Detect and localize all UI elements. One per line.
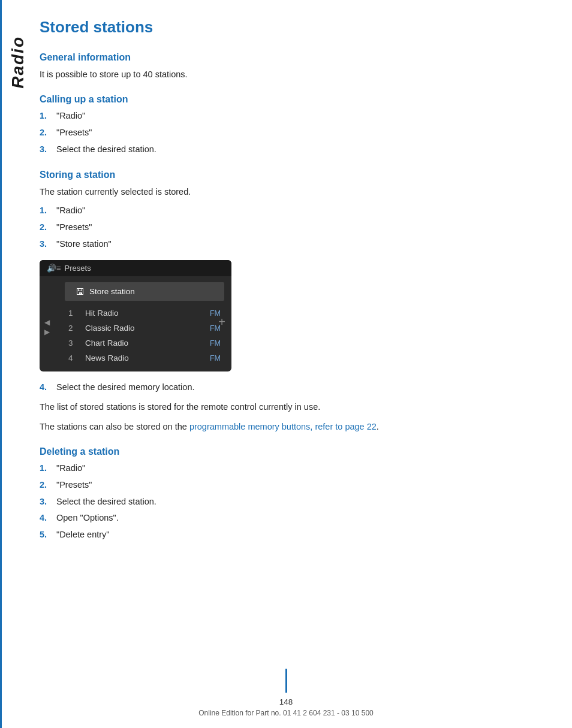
storing-list2: 4. Select the desired memory location. bbox=[40, 381, 536, 394]
list-item: 3. "Store station" bbox=[40, 238, 536, 251]
preset-row-1: 1 Hit Radio FM bbox=[58, 306, 231, 321]
row-band: FM bbox=[203, 339, 221, 348]
after-text-2: The stations can also be stored on the p… bbox=[40, 420, 536, 433]
list-item: 1. "Radio" bbox=[40, 110, 536, 123]
list-text: "Radio" bbox=[56, 110, 85, 123]
row-band: FM bbox=[203, 354, 221, 363]
arrow-down-icon: ▶ bbox=[44, 328, 50, 336]
storing-list: 1. "Radio" 2. "Presets" 3. "Store statio… bbox=[40, 204, 536, 250]
row-num: 2 bbox=[68, 324, 79, 333]
list-text: Select the desired station. bbox=[56, 143, 156, 156]
list-num: 2. bbox=[40, 479, 56, 492]
list-num: 5. bbox=[40, 528, 56, 542]
list-text: Open "Options". bbox=[56, 512, 119, 525]
list-num: 1. bbox=[40, 110, 56, 123]
storing-body: The station currently selected is stored… bbox=[40, 185, 536, 198]
plus-icon: + bbox=[218, 315, 225, 328]
after-text-2-post: . bbox=[377, 422, 379, 431]
programmable-buttons-link[interactable]: programmable memory buttons, refer to pa… bbox=[189, 422, 377, 431]
list-num: 1. bbox=[40, 462, 56, 475]
store-icon: 🖫 bbox=[76, 286, 85, 297]
list-text: "Store station" bbox=[56, 238, 112, 251]
preset-row-4: 4 News Radio FM bbox=[58, 351, 231, 365]
page-number: 148 bbox=[279, 697, 293, 706]
list-text: Select the desired memory location. bbox=[56, 381, 195, 394]
list-item: 4. Open "Options". bbox=[40, 512, 536, 525]
preset-row-2: 2 Classic Radio FM bbox=[58, 321, 231, 336]
preset-row-3: 3 Chart Radio FM bbox=[58, 336, 231, 351]
list-num: 2. bbox=[40, 221, 56, 234]
page-footer: 148 Online Edition for Part no. 01 41 2 … bbox=[0, 669, 572, 728]
list-item: 2. "Presets" bbox=[40, 126, 536, 140]
list-text: "Presets" bbox=[56, 221, 92, 234]
list-item: 5. "Delete entry" bbox=[40, 528, 536, 542]
store-station-button[interactable]: 🖫 Store station bbox=[65, 282, 224, 301]
list-num: 3. bbox=[40, 238, 56, 251]
general-info-body: It is possible to store up to 40 station… bbox=[40, 68, 536, 81]
list-item: 4. Select the desired memory location. bbox=[40, 381, 536, 394]
store-btn-label: Store station bbox=[89, 287, 135, 296]
side-label-container: Radio bbox=[0, 0, 28, 728]
list-num: 3. bbox=[40, 496, 56, 509]
presets-header-title: Presets bbox=[65, 264, 91, 273]
radio-side-label: Radio bbox=[8, 36, 28, 89]
list-text: "Delete entry" bbox=[56, 528, 109, 542]
list-text: "Radio" bbox=[56, 462, 85, 475]
row-name: Chart Radio bbox=[85, 339, 197, 348]
main-content: Stored stations General information It i… bbox=[28, 0, 572, 728]
presets-header: 🔊≡ Presets bbox=[40, 260, 231, 276]
after-text-2-pre: The stations can also be stored on the bbox=[40, 422, 189, 431]
list-num: 4. bbox=[40, 512, 56, 525]
section-heading-calling: Calling up a station bbox=[40, 94, 536, 105]
footer-accent-line bbox=[285, 669, 287, 693]
calling-list: 1. "Radio" 2. "Presets" 3. Select the de… bbox=[40, 110, 536, 156]
list-num: 3. bbox=[40, 143, 56, 156]
list-num: 1. bbox=[40, 204, 56, 218]
presets-body: 🖫 Store station 1 Hit Radio FM 2 Classic… bbox=[40, 276, 231, 371]
list-text: "Radio" bbox=[56, 204, 85, 218]
arrow-up-icon: ◀ bbox=[44, 318, 50, 327]
deleting-list: 1. "Radio" 2. "Presets" 3. Select the de… bbox=[40, 462, 536, 542]
list-item: 1. "Radio" bbox=[40, 204, 536, 218]
after-text-1: The list of stored stations is stored fo… bbox=[40, 400, 536, 413]
row-name: News Radio bbox=[85, 354, 197, 363]
row-num: 1 bbox=[68, 309, 79, 318]
section-heading-deleting: Deleting a station bbox=[40, 446, 536, 457]
list-text: Select the desired station. bbox=[56, 496, 156, 509]
list-item: 3. Select the desired station. bbox=[40, 143, 536, 156]
page-title: Stored stations bbox=[40, 18, 536, 37]
row-num: 3 bbox=[68, 339, 79, 348]
list-item: 1. "Radio" bbox=[40, 462, 536, 475]
left-border bbox=[0, 0, 2, 728]
presets-icon: 🔊≡ bbox=[47, 264, 61, 273]
row-name: Hit Radio bbox=[85, 309, 197, 318]
nav-arrows: ◀ ▶ bbox=[44, 318, 50, 336]
list-item: 2. "Presets" bbox=[40, 221, 536, 234]
list-item: 3. Select the desired station. bbox=[40, 496, 536, 509]
list-num: 4. bbox=[40, 381, 56, 394]
list-num: 2. bbox=[40, 126, 56, 140]
section-heading-general: General information bbox=[40, 52, 536, 63]
presets-ui-panel: 🔊≡ Presets ◀ ▶ + 🖫 Store station 1 Hit R… bbox=[40, 260, 231, 371]
row-num: 4 bbox=[68, 354, 79, 363]
list-text: "Presets" bbox=[56, 479, 92, 492]
list-item: 2. "Presets" bbox=[40, 479, 536, 492]
list-text: "Presets" bbox=[56, 126, 92, 140]
section-heading-storing: Storing a station bbox=[40, 170, 536, 180]
page-edition: Online Edition for Part no. 01 41 2 604 … bbox=[198, 709, 374, 717]
row-name: Classic Radio bbox=[85, 324, 197, 333]
